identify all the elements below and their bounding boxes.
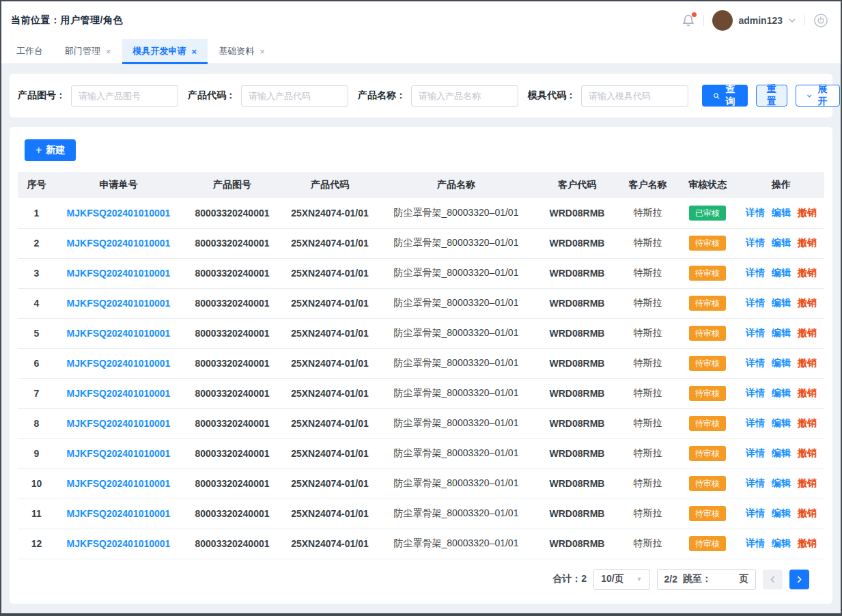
edit-link[interactable]: 编辑 [772,297,791,308]
revoke-link[interactable]: 撤销 [798,477,817,488]
jump-page-input[interactable] [714,571,736,587]
filter-product-drawing-no: 产品图号： [18,85,178,107]
detail-link[interactable]: 详情 [746,477,765,488]
top-header: 当前位置：用户管理/角色 admin123 [1,1,841,39]
user-area: admin123 [682,10,828,31]
detail-link[interactable]: 详情 [746,267,765,278]
edit-link[interactable]: 编辑 [772,387,791,398]
revoke-link[interactable]: 撤销 [798,537,817,548]
mold-code-input[interactable] [581,85,688,107]
prev-page-button[interactable] [763,570,783,589]
order-no-link[interactable]: MJKFSQ202401010001 [67,298,171,309]
search-button[interactable]: 查询 [702,85,748,107]
edit-link[interactable]: 编辑 [772,537,791,548]
user-menu[interactable]: admin123 [712,10,796,31]
revoke-link[interactable]: 撤销 [798,417,817,428]
create-button[interactable]: + 新建 [25,139,76,161]
customer-code-cell: WRD08RMB [535,198,619,228]
product-code-cell: 25XN24074-01/01 [283,468,377,499]
row-actions: 详情编辑撤销 [738,438,824,468]
edit-link[interactable]: 编辑 [772,447,791,458]
edit-link[interactable]: 编辑 [772,357,791,368]
order-no-link[interactable]: MJKFSQ202401010001 [67,448,171,459]
table-row: 2 MJKFSQ202401010001 80003320240001 25XN… [18,228,824,258]
applications-table: 序号 申请单号 产品图号 产品代码 产品名称 客户代码 客户名称 审核状态 操作… [18,172,824,559]
order-no-link[interactable]: MJKFSQ202401010001 [67,358,171,369]
close-icon[interactable]: × [106,47,111,56]
next-page-button[interactable] [789,570,809,589]
order-no-link[interactable]: MJKFSQ202401010001 [67,388,171,399]
product-name-cell: 防尘罩骨架_80003320–01/01 [377,438,535,468]
revoke-link[interactable]: 撤销 [798,387,817,398]
order-no-link[interactable]: MJKFSQ202401010001 [67,208,171,219]
customer-name-cell: 特斯拉 [619,348,677,378]
edit-link[interactable]: 编辑 [772,417,791,428]
revoke-link[interactable]: 撤销 [798,357,817,368]
table-body: 1 MJKFSQ202401010001 80003320240001 25XN… [18,198,824,559]
notification-badge [692,12,697,17]
revoke-link[interactable]: 撤销 [798,267,817,278]
jump-label: 跳至： [683,573,712,585]
customer-name-cell: 特斯拉 [619,468,677,499]
tab-mold-dev-application[interactable]: 模具开发申请 × [122,39,208,64]
edit-link[interactable]: 编辑 [772,327,791,338]
edit-link[interactable]: 编辑 [772,207,791,218]
edit-link[interactable]: 编辑 [772,267,791,278]
revoke-link[interactable]: 撤销 [798,507,817,518]
product-name-cell: 防尘罩骨架_80003320–01/01 [377,198,535,228]
row-actions: 详情编辑撤销 [738,288,824,318]
close-icon[interactable]: × [192,47,197,56]
notification-bell-icon[interactable] [682,14,695,27]
order-no-link[interactable]: MJKFSQ202401010001 [67,478,171,489]
order-no-link[interactable]: MJKFSQ202401010001 [67,508,171,519]
revoke-link[interactable]: 撤销 [798,327,817,338]
detail-link[interactable]: 详情 [746,447,765,458]
row-actions: 详情编辑撤销 [738,318,824,348]
revoke-link[interactable]: 撤销 [798,447,817,458]
table-row: 4 MJKFSQ202401010001 80003320240001 25XN… [18,288,824,318]
detail-link[interactable]: 详情 [746,297,765,308]
tab-department-management[interactable]: 部门管理 × [54,39,122,64]
detail-link[interactable]: 详情 [746,387,765,398]
drawing-no-cell: 80003320240001 [182,198,283,228]
detail-link[interactable]: 详情 [746,357,765,368]
tab-basic-data[interactable]: 基础资料 × [208,39,276,64]
order-no-link[interactable]: MJKFSQ202401010001 [67,538,171,549]
product-code-input[interactable] [241,85,348,107]
detail-link[interactable]: 详情 [746,327,765,338]
expand-button[interactable]: 展开 [796,85,840,107]
product-drawing-no-input[interactable] [71,85,178,107]
edit-link[interactable]: 编辑 [772,507,791,518]
row-index: 1 [18,198,55,228]
detail-link[interactable]: 详情 [746,537,765,548]
order-no-link[interactable]: MJKFSQ202401010001 [67,238,171,249]
revoke-link[interactable]: 撤销 [798,297,817,308]
table-row: 10 MJKFSQ202401010001 80003320240001 25X… [18,468,824,499]
order-no-link[interactable]: MJKFSQ202401010001 [67,328,171,339]
avatar[interactable] [712,10,733,31]
product-code-cell: 25XN24074-01/01 [283,318,377,348]
filter-product-name: 产品名称： [358,85,518,107]
detail-link[interactable]: 详情 [746,207,765,218]
logout-power-icon[interactable] [813,13,828,28]
detail-link[interactable]: 详情 [746,417,765,428]
revoke-link[interactable]: 撤销 [798,207,817,218]
row-index: 3 [18,258,55,288]
detail-link[interactable]: 详情 [746,507,765,518]
customer-name-cell: 特斯拉 [619,318,677,348]
filter-label: 模具代码： [528,89,576,102]
edit-link[interactable]: 编辑 [772,237,791,248]
close-icon[interactable]: × [259,47,265,56]
detail-link[interactable]: 详情 [746,237,765,248]
reset-button[interactable]: 重置 [756,85,787,107]
product-name-input[interactable] [411,85,518,107]
page-size-select[interactable]: 10/页 ▼ [593,569,649,590]
revoke-link[interactable]: 撤销 [798,237,817,248]
order-no-link[interactable]: MJKFSQ202401010001 [67,268,171,279]
tab-workbench[interactable]: 工作台 [5,39,54,64]
edit-link[interactable]: 编辑 [772,477,791,488]
product-code-cell: 25XN24074-01/01 [283,258,377,288]
product-name-cell: 防尘罩骨架_80003320–01/01 [377,318,535,348]
row-index: 7 [18,378,55,408]
order-no-link[interactable]: MJKFSQ202401010001 [67,418,171,429]
